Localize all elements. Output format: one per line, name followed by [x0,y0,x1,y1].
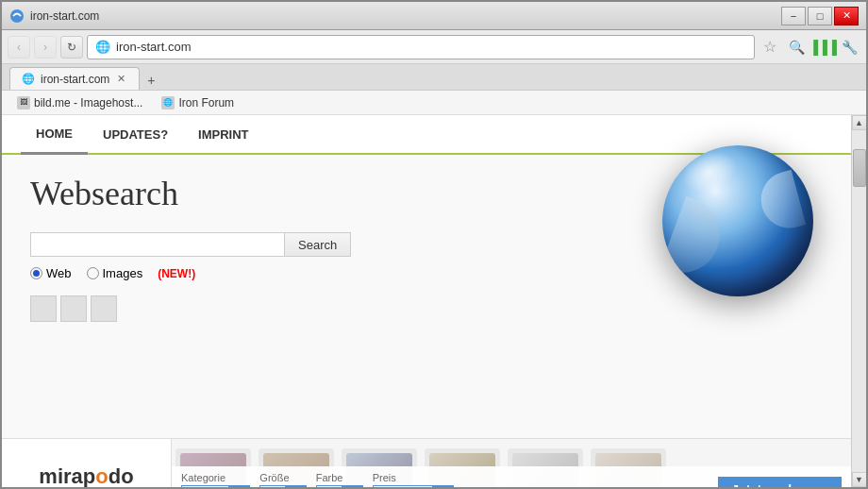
jetzt-suchen-button[interactable]: Jetzt suchen → [718,477,842,487]
square-2 [60,295,87,322]
logo-o: o [95,464,108,488]
scroll-track [852,130,867,472]
address-icon: 🌐 [95,40,110,54]
mirapodo-logo: mirapodo [39,464,133,488]
tab-iron-start[interactable]: 🌐 iron-start.com ✕ [9,67,140,90]
app-icon [9,8,25,24]
square-1 [30,295,57,322]
filter-kategorie-select[interactable]: Pumps ▼ [181,485,250,487]
signal-icon: ▐▐▐ [811,36,834,59]
refresh-button[interactable]: ↻ [60,36,83,59]
radio-web-dot [30,267,42,279]
bookmark-iron-forum[interactable]: 🌐 Iron Forum [154,94,242,111]
radio-images-label: Images [103,266,143,280]
filter-farbe-label: Farbe [316,472,363,483]
filter-groesse-arrow[interactable]: ▼ [285,485,306,487]
filter-preis-select[interactable]: 50 - 100€ ▼ [373,485,455,487]
menu-icon[interactable]: 🔧 [838,36,860,59]
filter-kategorie: Kategorie Pumps ▼ [181,472,250,487]
close-button[interactable]: ✕ [834,7,859,25]
logo-sphere [662,145,832,315]
nav-bar: ‹ › ↻ 🌐 iron-start.com ☆ 🔍 ▐▐▐ 🔧 [2,30,866,64]
tab-favicon: 🌐 [22,73,35,85]
tab-close-button[interactable]: ✕ [115,73,127,85]
svg-point-0 [10,9,24,23]
search-input[interactable] [30,232,285,257]
banner-logo[interactable]: mirapodo [2,439,172,487]
filter-preis-label: Preis [373,472,455,483]
filter-groesse-select[interactable]: 39 ▼ [259,485,306,487]
minimize-button[interactable]: − [781,7,806,25]
filter-preis-arrow[interactable]: ▼ [432,485,453,487]
banner-products: Kategorie Pumps ▼ Größe 39 ▼ [172,439,851,487]
back-button[interactable]: ‹ [8,36,30,59]
radio-web[interactable]: Web [30,266,72,280]
tabs-bar: 🌐 iron-start.com ✕ + [2,64,866,91]
site-main: Websearch Search Web Image [2,155,851,438]
window-controls: − □ ✕ [781,7,859,25]
bottom-banner: mirapodo Kategorie [2,438,851,487]
sphere-graphic [662,145,813,296]
bookmark-bar: 🖼 bild.me - Imagehost... 🌐 Iron Forum [2,91,866,115]
address-bar[interactable]: 🌐 iron-start.com [87,35,755,59]
filter-overlay: Kategorie Pumps ▼ Größe 39 ▼ [172,466,851,487]
title-bar: iron-start.com − □ ✕ [2,2,866,30]
extensions-icon[interactable]: 🔍 [785,36,808,59]
vertical-scrollbar: ▲ ▼ [851,115,866,487]
radio-images-dot [87,267,99,279]
scroll-up-button[interactable]: ▲ [852,115,867,130]
forward-button[interactable]: › [34,36,57,59]
window-title: iron-start.com [30,9,781,23]
filter-farbe-arrow[interactable]: ▼ [342,485,362,487]
bookmark-bildme-icon: 🖼 [17,96,30,110]
radio-web-label: Web [46,266,72,280]
search-button[interactable]: Search [285,232,351,257]
square-3 [91,295,117,322]
filter-farbe-select[interactable]: rot ▼ [316,485,363,487]
bookmark-star[interactable]: ☆ [759,36,781,59]
page-content: HOME UPDATES? IMPRINT Websearch [2,115,851,487]
bookmark-iron-forum-icon: 🌐 [161,96,175,110]
bookmark-bildme[interactable]: 🖼 bild.me - Imagehost... [9,94,150,111]
content-area: HOME UPDATES? IMPRINT Websearch [2,115,866,487]
bookmark-bildme-label: bild.me - Imagehost... [34,96,142,110]
maximize-button[interactable]: □ [808,7,832,25]
radio-images[interactable]: Images [87,266,143,280]
filter-kategorie-label: Kategorie [181,472,250,483]
tab-label: iron-start.com [41,73,109,86]
filter-farbe: Farbe rot ▼ [316,472,363,487]
scroll-thumb[interactable] [853,149,866,187]
scroll-down-button[interactable]: ▼ [852,472,867,487]
nav-updates[interactable]: UPDATES? [88,116,183,155]
filter-kategorie-arrow[interactable]: ▼ [228,485,249,487]
address-text: iron-start.com [116,40,191,54]
nav-home[interactable]: HOME [21,115,88,155]
filter-groesse: Größe 39 ▼ [259,472,306,487]
bookmark-iron-forum-label: Iron Forum [178,96,234,110]
new-tab-button[interactable]: + [142,71,160,90]
new-label: (NEW!) [158,267,195,280]
filter-preis: Preis 50 - 100€ ▼ [373,472,455,487]
filter-groesse-label: Größe [259,472,306,483]
nav-imprint[interactable]: IMPRINT [183,116,263,155]
